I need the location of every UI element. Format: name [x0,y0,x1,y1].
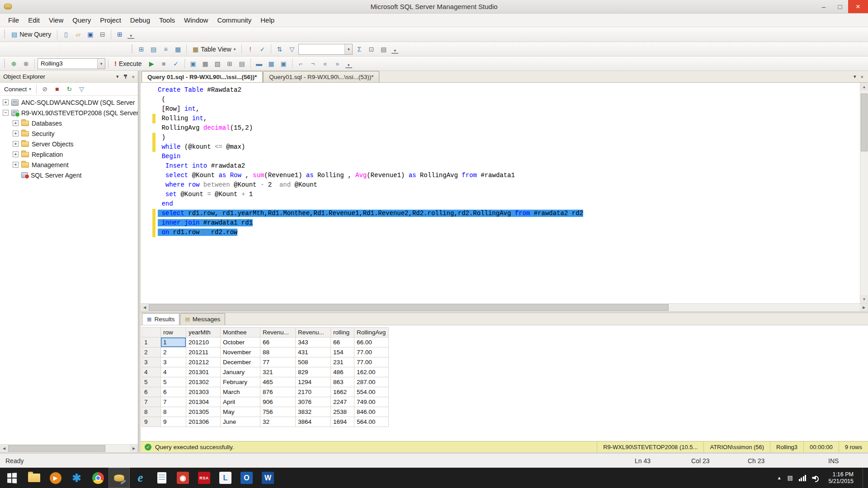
grid-cell[interactable]: 9 [161,417,186,427]
parse-icon[interactable]: ✓ [170,58,182,69]
sort-ascending-icon[interactable]: ⇅ [274,43,285,55]
stop-icon[interactable]: ■ [158,58,170,69]
menu-query[interactable]: Query [68,14,95,27]
menu-edit[interactable]: Edit [24,14,44,27]
media-player-icon[interactable]: ▶ [45,468,66,488]
code-line[interactable]: where row between @Kount - 2 and @Kount [141,180,860,190]
close-document-icon[interactable]: × [861,74,863,80]
grid-cell[interactable]: 77.00 [354,357,389,367]
internet-explorer-icon[interactable]: e [130,468,151,488]
verify-sql-icon[interactable]: ✓ [257,43,268,55]
grid-row-header[interactable]: 3 [142,357,161,367]
grid-cell[interactable]: 201304 [186,397,221,407]
show-desktop-button[interactable] [863,468,866,488]
toolbar2-overflow-icon[interactable]: ▾ [392,45,398,54]
toolbar3-overflow-icon[interactable]: ▾ [345,59,352,68]
results-to-file-icon[interactable]: ▣ [278,58,289,69]
menu-window[interactable]: Window [179,14,212,27]
query-editor[interactable]: Create Table #Rawdata2 ( [Row] int, Roll… [141,83,868,303]
use-group-by-icon[interactable]: Σ [354,43,365,55]
intellisense-icon[interactable]: ▣ [188,58,199,69]
grid-cell[interactable]: 2 [161,347,186,357]
menu-help[interactable]: Help [256,14,279,27]
tab-list-icon[interactable]: ▾ [854,74,856,80]
grid-cell[interactable]: December [221,357,260,367]
tab-results[interactable]: ▦Results [142,313,179,325]
menu-debug[interactable]: Debug [126,14,155,27]
document-tab-1[interactable]: Query 01.sql - R9-WXL90\...\ssi...(56))* [142,71,263,82]
grid-cell-selected[interactable]: 1 [161,338,186,347]
scrollbar-thumb[interactable] [8,445,105,452]
column-header-row[interactable]: row [161,328,186,338]
column-header-yearmth[interactable]: yearMth [186,328,221,338]
grid-cell[interactable]: 486 [331,367,354,377]
comment-icon[interactable]: ⌐ [295,58,307,69]
column-header-revenu[interactable]: Revenu... [296,328,331,338]
code-line[interactable]: ) [141,133,860,142]
grid-row-header[interactable]: 6 [142,387,161,397]
grid-cell[interactable]: 321 [260,367,296,377]
tab-messages[interactable]: ▤Messages [180,313,225,325]
grid-row-header[interactable]: 2 [142,347,161,357]
code-line[interactable]: RollingAvg decimal(15,2) [141,123,860,133]
grid-cell[interactable]: 201302 [186,377,221,387]
tree-item-sql-server-agent[interactable]: SQL Server Agent [0,170,138,180]
save-all-icon[interactable]: ⊞ [114,29,125,40]
editor-hscrollbar[interactable]: ◀ ▶ [141,303,868,311]
remove-filter-icon[interactable]: ▽ [286,43,297,55]
tree-item-management[interactable]: +Management [0,160,138,170]
include-actual-plan-icon[interactable]: ▦ [200,58,211,69]
object-explorer-hscrollbar[interactable]: ◀ ▶ [0,444,138,452]
grid-cell[interactable]: 201303 [186,387,221,397]
volume-icon[interactable] [812,475,819,481]
code-line[interactable]: ( [141,95,860,104]
grid-cell[interactable]: 3864 [296,417,331,427]
code-line[interactable]: Rolling int, [141,114,860,123]
document-tab-2[interactable]: Query01.sql - R9-WXL90\...\ssi...(53))* [263,71,379,82]
scroll-left-icon[interactable]: ◀ [141,304,149,311]
menu-tools[interactable]: Tools [155,14,179,27]
grid-cell[interactable]: 1662 [331,387,354,397]
close-panel-icon[interactable]: × [132,74,135,80]
tree-expander-icon[interactable]: + [13,141,19,147]
grid-row-header[interactable]: 9 [142,417,161,427]
refresh-icon[interactable]: ↻ [64,84,75,95]
app-icon-blue-swirl[interactable]: ✱ [66,468,87,488]
grid-cell[interactable]: 756 [260,407,296,417]
change-type-button[interactable]: ▦Table View▾ [189,43,239,55]
print-icon[interactable]: ⊟ [97,29,108,40]
maximize-button[interactable]: □ [832,0,848,13]
grid-cell[interactable]: 1294 [296,377,331,387]
code-line[interactable]: set @Kount = @Kount + 1 [141,190,860,199]
grid-cell[interactable]: April [221,397,260,407]
grid-cell[interactable]: 431 [296,347,331,357]
template-values-icon[interactable]: ▤ [236,58,248,69]
app-icon-red[interactable]: ◉ [172,468,193,488]
network-icon[interactable] [799,475,807,481]
tree-expander-icon[interactable]: + [13,151,19,157]
grid-cell[interactable]: 508 [296,357,331,367]
grid-cell[interactable]: 201212 [186,357,221,367]
grid-cell[interactable]: 906 [260,397,296,407]
grid-cell[interactable]: 162.00 [354,367,389,377]
grid-cell[interactable]: 201306 [186,417,221,427]
grid-cell[interactable]: 8 [161,407,186,417]
toolbar-grip[interactable] [3,30,6,39]
scrollbar-thumb[interactable] [149,304,669,311]
grid-cell[interactable]: 343 [296,338,331,347]
results-to-text-icon[interactable]: ▬ [254,58,265,69]
grid-cell[interactable]: 749.00 [354,397,389,407]
scroll-down-icon[interactable]: ▼ [860,295,868,303]
column-header-rollingavg[interactable]: RollingAvg [354,328,389,338]
grid-cell[interactable]: 863 [331,377,354,387]
action-center-icon[interactable]: ▤ [788,474,793,481]
grid-cell[interactable]: 201211 [186,347,221,357]
code-line[interactable]: on rd1.row = rd2.row [141,228,860,237]
grid-corner-cell[interactable] [142,328,161,338]
grid-cell[interactable]: 465 [260,377,296,387]
scroll-right-icon[interactable]: ▶ [860,304,868,311]
grid-cell[interactable]: June [221,417,260,427]
grid-cell[interactable]: May [221,407,260,417]
text-editor-icon[interactable] [151,468,172,488]
show-diagram-pane-icon[interactable]: ⊞ [136,43,147,55]
